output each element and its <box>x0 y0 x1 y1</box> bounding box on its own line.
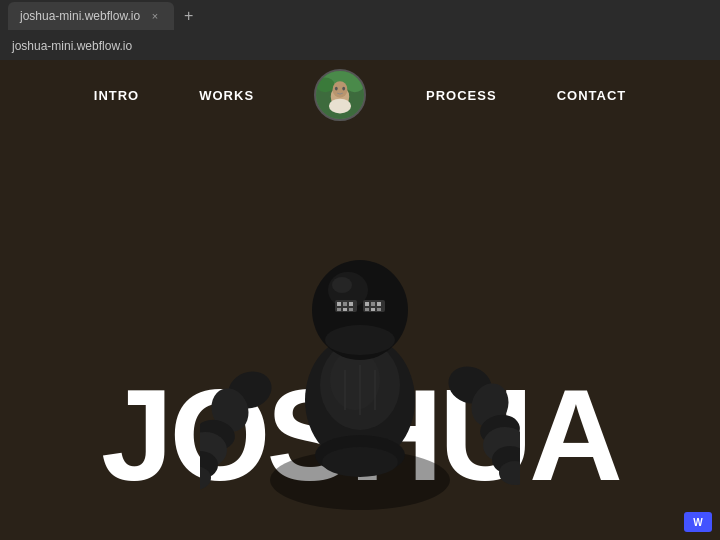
tab-title: joshua-mini.webflow.io <box>20 9 140 23</box>
svg-point-49 <box>322 447 398 477</box>
svg-rect-42 <box>343 308 347 311</box>
nav-link-intro[interactable]: INTRO <box>94 88 139 103</box>
new-tab-button[interactable]: + <box>178 5 199 27</box>
nav-link-contact[interactable]: CONTACT <box>557 88 627 103</box>
svg-rect-43 <box>349 308 353 311</box>
svg-rect-35 <box>337 302 341 306</box>
svg-point-47 <box>325 325 395 355</box>
browser-chrome: joshua-mini.webflow.io × + joshua-mini.w… <box>0 0 720 60</box>
url-display: joshua-mini.webflow.io <box>12 39 132 53</box>
svg-point-5 <box>333 81 348 98</box>
tab-bar: joshua-mini.webflow.io × + <box>0 0 720 32</box>
browser-tab[interactable]: joshua-mini.webflow.io × <box>8 2 174 30</box>
svg-point-6 <box>329 99 351 114</box>
svg-rect-38 <box>365 302 369 306</box>
svg-rect-40 <box>377 302 381 306</box>
site-container: INTRO WORKS PROCE <box>0 60 720 540</box>
svg-point-32 <box>332 277 352 293</box>
svg-rect-46 <box>377 308 381 311</box>
nav-link-process[interactable]: PROCESS <box>426 88 497 103</box>
svg-rect-36 <box>343 302 347 306</box>
address-bar: joshua-mini.webflow.io <box>0 32 720 60</box>
svg-point-2 <box>316 77 334 92</box>
webflow-icon: W <box>693 517 702 528</box>
svg-point-8 <box>342 87 345 91</box>
svg-rect-41 <box>337 308 341 311</box>
nav-link-works[interactable]: WORKS <box>199 88 254 103</box>
tab-close-button[interactable]: × <box>148 9 162 23</box>
robot-figure <box>200 200 520 540</box>
svg-rect-44 <box>365 308 369 311</box>
svg-point-3 <box>346 77 364 92</box>
svg-point-7 <box>335 87 338 91</box>
svg-rect-39 <box>371 302 375 306</box>
svg-rect-37 <box>349 302 353 306</box>
svg-rect-45 <box>371 308 375 311</box>
webflow-badge[interactable]: W <box>684 512 712 532</box>
navigation: INTRO WORKS PROCE <box>0 60 720 130</box>
avatar[interactable] <box>314 69 366 121</box>
